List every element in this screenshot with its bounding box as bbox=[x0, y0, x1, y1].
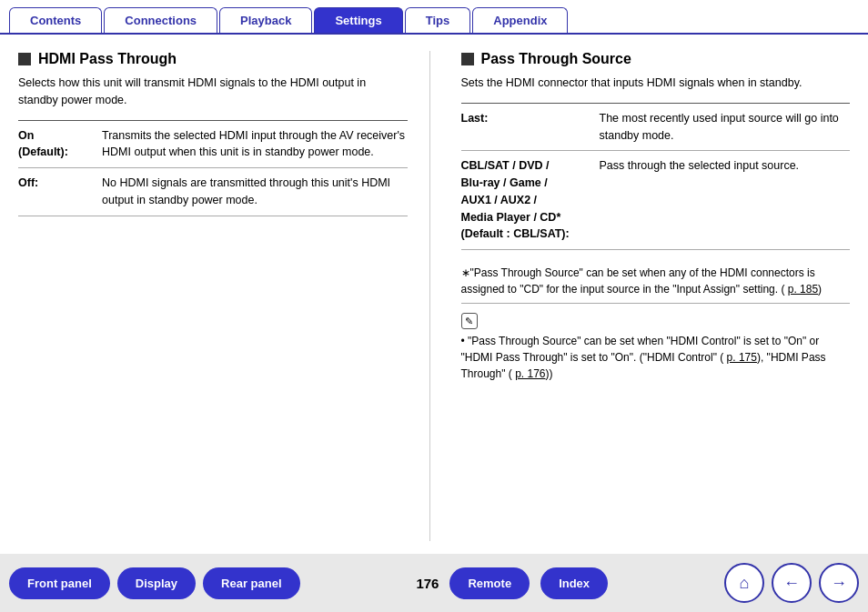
hdmi-def-table: On(Default): Transmits the selected HDMI… bbox=[18, 120, 408, 216]
link-p185[interactable]: p. 185 bbox=[788, 283, 818, 296]
section-icon-right bbox=[461, 53, 474, 65]
rear-panel-button[interactable]: Rear panel bbox=[203, 567, 299, 599]
tab-settings[interactable]: Settings bbox=[314, 7, 402, 33]
pass-desc-last: The most recently used input source will… bbox=[600, 110, 851, 145]
pass-term-last: Last: bbox=[461, 110, 589, 145]
bottom-left-buttons: Front panel Display Rear panel bbox=[9, 567, 300, 599]
right-title-text: Pass Through Source bbox=[481, 51, 631, 67]
left-title-text: HDMI Pass Through bbox=[38, 51, 177, 67]
note-box: ✎ • "Pass Through Source" can be set whe… bbox=[461, 313, 851, 382]
main-content: HDMI Pass Through Selects how this unit … bbox=[0, 35, 868, 550]
table-row: Off: No HDMI signals are transmitted thr… bbox=[18, 168, 408, 216]
tab-playback[interactable]: Playback bbox=[219, 7, 312, 33]
def-term-off: Off: bbox=[18, 175, 91, 209]
display-button[interactable]: Display bbox=[117, 567, 196, 599]
pass-desc-sources: Pass through the selected input source. bbox=[600, 157, 851, 243]
remote-button[interactable]: Remote bbox=[449, 567, 530, 599]
asterisk-note: ∗"Pass Through Source" can be set when a… bbox=[461, 259, 851, 304]
tab-appendix[interactable]: Appendix bbox=[472, 7, 568, 33]
pass-term-sources: CBL/SAT / DVD /Blu-ray / Game /AUX1 / AU… bbox=[461, 157, 589, 243]
pencil-icon: ✎ bbox=[461, 313, 478, 329]
right-section-desc: Sets the HDMI connector that inputs HDMI… bbox=[461, 75, 851, 92]
front-panel-button[interactable]: Front panel bbox=[9, 567, 110, 599]
def-term-on: On(Default): bbox=[18, 127, 91, 162]
left-section-desc: Selects how this unit will transmit HDMI… bbox=[18, 75, 408, 109]
left-section-title: HDMI Pass Through bbox=[18, 51, 408, 67]
back-arrow-icon: ← bbox=[783, 574, 800, 593]
top-nav: Contents Connections Playback Settings T… bbox=[0, 0, 868, 35]
right-section: Pass Through Source Sets the HDMI connec… bbox=[458, 51, 851, 541]
link-p176[interactable]: p. 176 bbox=[515, 367, 545, 380]
def-desc-on: Transmits the selected HDMI input throug… bbox=[102, 127, 408, 162]
tab-connections[interactable]: Connections bbox=[104, 7, 217, 33]
page-number: 176 bbox=[416, 576, 439, 591]
back-button[interactable]: ← bbox=[772, 563, 812, 603]
asterisk-note-text: ∗"Pass Through Source" can be set when a… bbox=[461, 266, 823, 296]
table-row: On(Default): Transmits the selected HDMI… bbox=[18, 121, 408, 169]
table-row: CBL/SAT / DVD /Blu-ray / Game /AUX1 / AU… bbox=[461, 151, 851, 250]
table-row: Last: The most recently used input sourc… bbox=[461, 104, 851, 152]
center-area: 176 Remote Index bbox=[416, 567, 608, 599]
bottom-right-icons: ⌂ ← → bbox=[724, 563, 859, 603]
home-icon: ⌂ bbox=[740, 574, 750, 593]
home-button[interactable]: ⌂ bbox=[724, 563, 764, 603]
left-section: HDMI Pass Through Selects how this unit … bbox=[18, 51, 430, 541]
note-text: • "Pass Through Source" can be set when … bbox=[461, 333, 851, 382]
bottom-nav: Front panel Display Rear panel 176 Remot… bbox=[0, 554, 868, 612]
forward-arrow-icon: → bbox=[831, 574, 847, 593]
tab-contents[interactable]: Contents bbox=[9, 7, 102, 33]
section-icon-left bbox=[18, 53, 31, 65]
tab-tips[interactable]: Tips bbox=[405, 7, 471, 33]
def-desc-off: No HDMI signals are transmitted through … bbox=[102, 175, 408, 209]
right-section-title: Pass Through Source bbox=[461, 51, 851, 67]
pass-through-table: Last: The most recently used input sourc… bbox=[461, 103, 851, 250]
forward-button[interactable]: → bbox=[819, 563, 859, 603]
index-button[interactable]: Index bbox=[540, 567, 608, 599]
link-p175[interactable]: p. 175 bbox=[727, 351, 757, 364]
